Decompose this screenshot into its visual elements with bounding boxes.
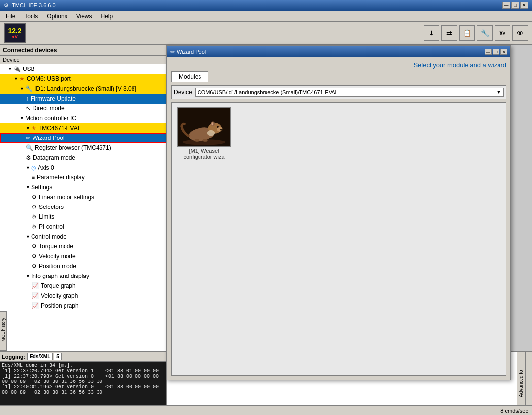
wizard-minimize-btn[interactable]: — bbox=[485, 49, 492, 55]
svg-point-5 bbox=[220, 129, 223, 131]
app-icon: ⚙ bbox=[4, 2, 9, 9]
toolbar-tools-btn[interactable]: 🔧 bbox=[477, 25, 493, 41]
status-text: 8 cmds/sec bbox=[500, 408, 528, 414]
logging-label: Logging: bbox=[2, 354, 25, 360]
device-label: Device bbox=[0, 56, 166, 64]
tree-id1[interactable]: ▼ 🔧 ID1: Landungsbruecke (Small) [V 3.08… bbox=[0, 84, 166, 94]
minimize-button[interactable]: — bbox=[502, 2, 510, 9]
wizard-close-btn[interactable]: ✕ bbox=[500, 49, 507, 55]
app-title: TMCL-IDE 3.6.6.0 bbox=[12, 2, 56, 8]
log-line-4: [1] 22:40:01.196> Get version 0 <01 88 0… bbox=[2, 384, 165, 395]
wizard-titlebar: ✏ Wizard Pool — □ ✕ bbox=[167, 46, 510, 57]
svg-point-11 bbox=[207, 130, 215, 136]
tree-register-browser[interactable]: 🔍 Register browser (TMC4671) bbox=[0, 143, 166, 153]
wizard-window: ✏ Wizard Pool — □ ✕ Select your module a… bbox=[166, 45, 511, 380]
title-bar: ⚙ TMCL-IDE 3.6.6.0 — □ ✕ bbox=[0, 0, 532, 11]
menu-bar: File Tools Options Views Help bbox=[0, 11, 532, 22]
tree-direct-mode[interactable]: ↖ Direct mode bbox=[0, 104, 166, 113]
wizard-body: Select your module and a wizard Modules … bbox=[167, 57, 510, 380]
tree-linear-motor-settings[interactable]: ⚙ Linear motor settings bbox=[0, 192, 166, 202]
log-tab-num[interactable]: 5 bbox=[54, 353, 62, 360]
tree-position-mode[interactable]: ⚙ Position mode bbox=[0, 261, 166, 271]
tree-pi-control[interactable]: ⚙ PI control bbox=[0, 222, 166, 232]
tree-firmware-update[interactable]: ↑ Firmware Update bbox=[0, 94, 166, 104]
log-line-3: [1] 22:37:20.798> Get version 0 <01 88 0… bbox=[2, 374, 165, 384]
wizard-device-row: Device COM6/USB/id1/Landungsbruecke (Sma… bbox=[171, 85, 506, 99]
logo: 12.2 ●V bbox=[4, 23, 26, 43]
menu-tools[interactable]: Tools bbox=[20, 12, 42, 21]
toolbar-transfer-btn[interactable]: ⇄ bbox=[441, 25, 457, 41]
close-button[interactable]: ✕ bbox=[520, 2, 528, 9]
menu-file[interactable]: File bbox=[2, 12, 19, 21]
wizard-card-label: [M1] Weasel configurator wiza bbox=[177, 148, 231, 160]
wizard-dropdown-arrow: ▼ bbox=[496, 89, 501, 95]
wizard-card-image bbox=[177, 107, 231, 147]
tree-limits[interactable]: ⚙ Limits bbox=[0, 212, 166, 222]
tree-torque-mode[interactable]: ⚙ Torque mode bbox=[0, 242, 166, 251]
tree-velocity-graph[interactable]: 📈 Velocity graph bbox=[0, 291, 166, 301]
wizard-device-label: Device bbox=[174, 89, 192, 96]
log-tab-eds[interactable]: Eds/XML bbox=[27, 353, 53, 360]
connected-devices-header: Connected devices bbox=[0, 45, 166, 56]
wizard-select-text: Select your module and a wizard bbox=[171, 61, 506, 69]
status-bar: 8 cmds/sec bbox=[0, 405, 532, 415]
svg-point-9 bbox=[195, 139, 200, 142]
tree-wizard-pool[interactable]: ✏ Wizard Pool bbox=[0, 133, 166, 143]
svg-point-6 bbox=[217, 126, 219, 128]
tree-datagram-mode[interactable]: ⚙ Datagram mode bbox=[0, 153, 166, 163]
wizard-icon: ✏ bbox=[170, 49, 175, 55]
tree-usb[interactable]: ▼ 🔌 USB bbox=[0, 64, 166, 74]
svg-point-10 bbox=[203, 139, 208, 142]
tree-position-graph[interactable]: 📈 Position graph bbox=[0, 301, 166, 311]
toolbar-xy-btn[interactable]: Xy bbox=[495, 25, 510, 41]
menu-views[interactable]: Views bbox=[72, 12, 96, 21]
wizard-maximize-btn[interactable]: □ bbox=[493, 49, 499, 55]
tree-torque-graph[interactable]: 📈 Torque graph bbox=[0, 281, 166, 291]
tree-settings[interactable]: ▼ Settings bbox=[0, 182, 166, 192]
tree-selectors[interactable]: ⚙ Selectors bbox=[0, 202, 166, 212]
toolbar-view-btn[interactable]: 👁 bbox=[512, 25, 528, 41]
tree-com6[interactable]: ▼ ★ COM6: USB port bbox=[0, 74, 166, 84]
device-tree: ▼ 🔌 USB ▼ ★ COM6: USB port ▼ 🔧 ID1: bbox=[0, 64, 166, 351]
wizard-card-weasel[interactable]: [M1] Weasel configurator wiza bbox=[177, 107, 231, 160]
logo-sub: ●V bbox=[12, 35, 17, 39]
toolbar-file-btn[interactable]: 📋 bbox=[459, 25, 475, 41]
tree-parameter-display[interactable]: ≡ Parameter display bbox=[0, 173, 166, 182]
tree-velocity-mode[interactable]: ⚙ Velocity mode bbox=[0, 251, 166, 261]
left-panel: Connected devices Device ▼ 🔌 USB ▼ ★ COM… bbox=[0, 45, 167, 351]
log-header: Logging: Eds/XML 5 bbox=[0, 352, 166, 362]
tmcl-history-label[interactable]: TMCL history bbox=[0, 311, 7, 351]
svg-point-8 bbox=[211, 122, 213, 125]
tree-control-mode[interactable]: ▼ Control mode bbox=[0, 232, 166, 242]
tree-tmc4671[interactable]: ▼ ★ TMC4671-EVAL bbox=[0, 123, 166, 133]
wizard-tabs: Modules bbox=[171, 71, 506, 82]
maximize-button[interactable]: □ bbox=[511, 2, 519, 9]
toolbar: 12.2 ●V ⬇ ⇄ 📋 🔧 Xy 👁 bbox=[0, 22, 532, 45]
toolbar-download-btn[interactable]: ⬇ bbox=[424, 25, 439, 41]
tree-motion-controller[interactable]: ▼ Motion controller IC bbox=[0, 113, 166, 123]
wizard-tab-modules[interactable]: Modules bbox=[171, 71, 208, 82]
menu-help[interactable]: Help bbox=[97, 12, 117, 21]
log-line-1: Eds/XML done in 34 [ms]. bbox=[2, 363, 165, 368]
wizard-device-dropdown[interactable]: COM6/USB/id1/Landungsbruecke (Small)/TMC… bbox=[195, 88, 504, 97]
log-line-2: [1] 22:37:20.794> Get version 1 <01 88 0… bbox=[2, 368, 165, 374]
wizard-title: Wizard Pool bbox=[177, 49, 206, 55]
menu-options[interactable]: Options bbox=[43, 12, 71, 21]
tree-info-graph[interactable]: ▼ Info graph and display bbox=[0, 271, 166, 281]
wizard-device-value: COM6/USB/id1/Landungsbruecke (Small)/TMC… bbox=[198, 89, 338, 95]
logo-main: 12.2 bbox=[8, 27, 21, 35]
tree-axis0[interactable]: ▼ ◎ Axis 0 bbox=[0, 163, 166, 173]
wizard-content-area: [M1] Weasel configurator wiza bbox=[171, 102, 506, 376]
